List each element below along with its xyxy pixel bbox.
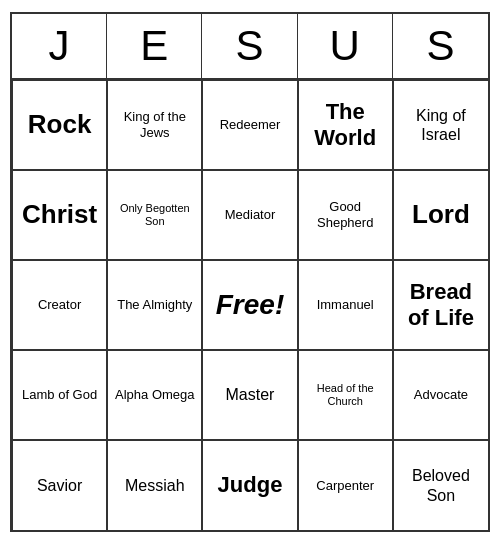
bingo-cell-16: Alpha Omega	[107, 350, 202, 440]
bingo-cell-13: Immanuel	[298, 260, 393, 350]
cell-text-19: Advocate	[414, 387, 468, 403]
header-letter-s-2: S	[202, 14, 297, 78]
bingo-cell-19: Advocate	[393, 350, 488, 440]
bingo-cell-5: Christ	[12, 170, 107, 260]
bingo-cell-4: King of Israel	[393, 80, 488, 170]
bingo-cell-10: Creator	[12, 260, 107, 350]
bingo-cell-9: Lord	[393, 170, 488, 260]
cell-text-20: Savior	[37, 476, 82, 495]
bingo-cell-8: Good Shepherd	[298, 170, 393, 260]
bingo-cell-2: Redeemer	[202, 80, 297, 170]
cell-text-8: Good Shepherd	[305, 199, 386, 230]
cell-text-23: Carpenter	[316, 478, 374, 494]
cell-text-7: Mediator	[225, 207, 276, 223]
bingo-cell-17: Master	[202, 350, 297, 440]
bingo-cell-6: Only Begotten Son	[107, 170, 202, 260]
bingo-cell-22: Judge	[202, 440, 297, 530]
cell-text-6: Only Begotten Son	[114, 202, 195, 228]
cell-text-0: Rock	[28, 109, 92, 140]
bingo-cell-7: Mediator	[202, 170, 297, 260]
cell-text-18: Head of the Church	[305, 382, 386, 408]
bingo-grid: RockKing of the JewsRedeemerThe WorldKin…	[12, 80, 488, 530]
cell-text-24: Beloved Son	[400, 466, 482, 504]
cell-text-11: The Almighty	[117, 297, 192, 313]
header-letter-u-3: U	[298, 14, 393, 78]
bingo-cell-14: Bread of Life	[393, 260, 488, 350]
cell-text-21: Messiah	[125, 476, 185, 495]
bingo-cell-24: Beloved Son	[393, 440, 488, 530]
cell-text-1: King of the Jews	[114, 109, 195, 140]
cell-text-2: Redeemer	[220, 117, 281, 133]
cell-text-16: Alpha Omega	[115, 387, 195, 403]
cell-text-14: Bread of Life	[400, 279, 482, 332]
cell-text-5: Christ	[22, 199, 97, 230]
bingo-cell-3: The World	[298, 80, 393, 170]
cell-text-3: The World	[305, 99, 386, 152]
header-letter-j-0: J	[12, 14, 107, 78]
cell-text-9: Lord	[412, 199, 470, 230]
bingo-cell-21: Messiah	[107, 440, 202, 530]
bingo-cell-1: King of the Jews	[107, 80, 202, 170]
cell-text-12: Free!	[216, 289, 284, 321]
bingo-cell-23: Carpenter	[298, 440, 393, 530]
bingo-cell-12: Free!	[202, 260, 297, 350]
bingo-cell-15: Lamb of God	[12, 350, 107, 440]
cell-text-15: Lamb of God	[22, 387, 97, 403]
bingo-cell-11: The Almighty	[107, 260, 202, 350]
bingo-cell-0: Rock	[12, 80, 107, 170]
cell-text-17: Master	[226, 385, 275, 404]
bingo-header: JESUS	[12, 14, 488, 80]
header-letter-e-1: E	[107, 14, 202, 78]
bingo-cell-20: Savior	[12, 440, 107, 530]
cell-text-22: Judge	[218, 472, 283, 498]
cell-text-10: Creator	[38, 297, 81, 313]
bingo-card: JESUS RockKing of the JewsRedeemerThe Wo…	[10, 12, 490, 532]
cell-text-4: King of Israel	[400, 106, 482, 144]
bingo-cell-18: Head of the Church	[298, 350, 393, 440]
header-letter-s-4: S	[393, 14, 488, 78]
cell-text-13: Immanuel	[317, 297, 374, 313]
